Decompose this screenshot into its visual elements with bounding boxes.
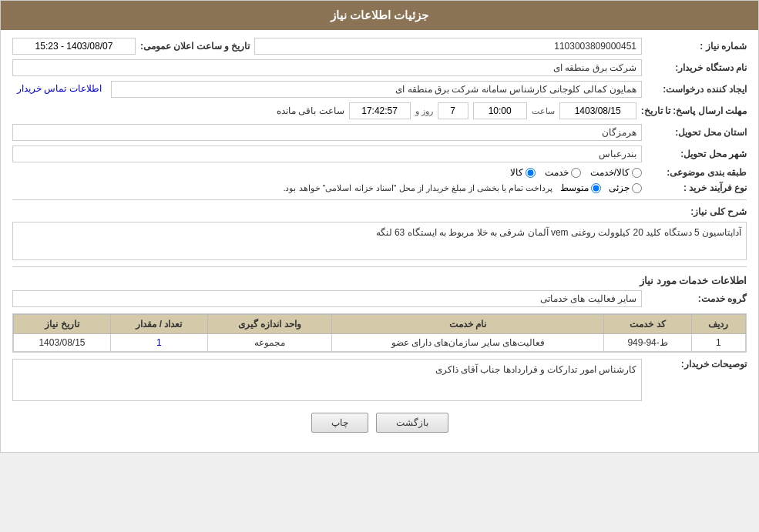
divider-1 (12, 199, 747, 200)
announce-date-value: 1403/08/07 - 15:23 (12, 38, 136, 55)
buyer-name-value: شرکت برق منطقه ای (12, 59, 642, 76)
print-button[interactable]: چاپ (311, 413, 368, 433)
category-radio-group: کالا/خدمت خدمت کالا (510, 167, 642, 178)
process-option-motavaset[interactable]: متوسط (560, 182, 601, 193)
deadline-time-label: ساعت (532, 106, 555, 116)
services-section-title: اطلاعات خدمات مورد نیاز (12, 275, 747, 286)
process-row: جزئی متوسط پرداخت تمام یا بخشی از مبلغ خ… (283, 182, 642, 193)
cell-date: 1403/08/15 (14, 334, 111, 352)
cell-row: 1 (691, 334, 745, 352)
deadline-day-label: روز و (415, 106, 433, 116)
category-label-kala-khedmat: کالا/خدمت (590, 167, 630, 178)
deadline-countdown-label: ساعت باقی مانده (277, 105, 344, 116)
category-option-khedmat[interactable]: خدمت (545, 167, 581, 178)
process-radio-jozi[interactable] (632, 183, 642, 193)
need-number-label: شماره نیاز : (646, 41, 747, 52)
buyer-desc-label: توصیحات خریدار: (646, 359, 747, 370)
announce-date-label: تاریخ و ساعت اعلان عمومی: (140, 41, 250, 52)
process-radio-motavaset[interactable] (591, 183, 601, 193)
creator-link[interactable]: اطلاعات تماس خریدار (12, 81, 106, 98)
process-option-jozi[interactable]: جزئی (609, 182, 642, 193)
city-value: بندرعباس (12, 146, 642, 162)
process-label-motavaset: متوسط (560, 182, 589, 193)
deadline-countdown: 17:42:57 (349, 102, 411, 119)
divider-2 (12, 266, 747, 267)
col-unit: واحد اندازه گیری (207, 315, 331, 334)
page-title: جزئیات اطلاعات نیاز (1, 1, 758, 30)
category-radio-kala[interactable] (526, 168, 536, 178)
need-desc-box[interactable]: آداپتاسیون 5 دستگاه کلید 20 کیلوولت روغن… (12, 222, 747, 260)
city-label: شهر محل تحویل: (646, 149, 747, 159)
table-row: 1 ط-94-949 فعالیت‌های سایر سازمان‌های دا… (14, 334, 746, 352)
category-option-kala-khedmat[interactable]: کالا/خدمت (590, 167, 642, 178)
cell-code: ط-94-949 (604, 334, 691, 352)
process-label-jozi: جزئی (609, 182, 630, 193)
services-table: ردیف کد خدمت نام خدمت واحد اندازه گیری ت… (13, 314, 746, 352)
creator-value: همایون کمالی کلوجانی کارشناس سامانه شرکت… (111, 81, 642, 98)
deadline-days: 7 (438, 102, 468, 119)
category-label: طبقه بندی موضوعی: (646, 167, 747, 178)
need-desc-label: شرح کلی نیاز: (646, 206, 747, 217)
process-label: نوع فرآیند خرید : (646, 182, 747, 193)
need-number-value: 1103003809000451 (254, 38, 642, 55)
category-radio-khedmat[interactable] (571, 168, 581, 178)
col-name: نام خدمت (331, 315, 603, 334)
cell-unit: مجموعه (207, 334, 331, 352)
category-label-kala: کالا (510, 167, 523, 178)
back-button[interactable]: بازگشت (376, 413, 448, 433)
process-note: پرداخت تمام یا بخشی از مبلغ خریدار از مح… (283, 183, 552, 193)
buyer-name-label: نام دستگاه خریدار: (646, 62, 747, 73)
province-value: هرمزگان (12, 124, 642, 141)
col-code: کد خدمت (604, 315, 691, 334)
buyer-desc-box[interactable]: کارشناس امور تدارکات و قراردادها جناب آق… (12, 359, 642, 401)
category-label-khedmat: خدمت (545, 167, 569, 178)
service-group-label: گروه خدمت: (646, 293, 747, 304)
service-group-value: سایر فعالیت های خدماتی (12, 290, 642, 307)
deadline-label: مهلت ارسال پاسخ: تا تاریخ: (641, 105, 747, 116)
deadline-date: 1403/08/15 (559, 102, 636, 119)
button-row: بازگشت چاپ (12, 413, 747, 433)
col-date: تاریخ نیاز (14, 315, 111, 334)
creator-label: ایجاد کننده درخواست: (646, 84, 747, 95)
deadline-time: 10:00 (473, 102, 527, 119)
col-row: ردیف (691, 315, 745, 334)
cell-quantity: 1 (110, 334, 207, 352)
category-option-kala[interactable]: کالا (510, 167, 536, 178)
cell-name: فعالیت‌های سایر سازمان‌های دارای عضو (331, 334, 603, 352)
category-radio-kala-khedmat[interactable] (632, 168, 642, 178)
province-label: استان محل تحویل: (646, 127, 747, 138)
col-quantity: تعداد / مقدار (110, 315, 207, 334)
services-table-container: ردیف کد خدمت نام خدمت واحد اندازه گیری ت… (12, 313, 747, 353)
